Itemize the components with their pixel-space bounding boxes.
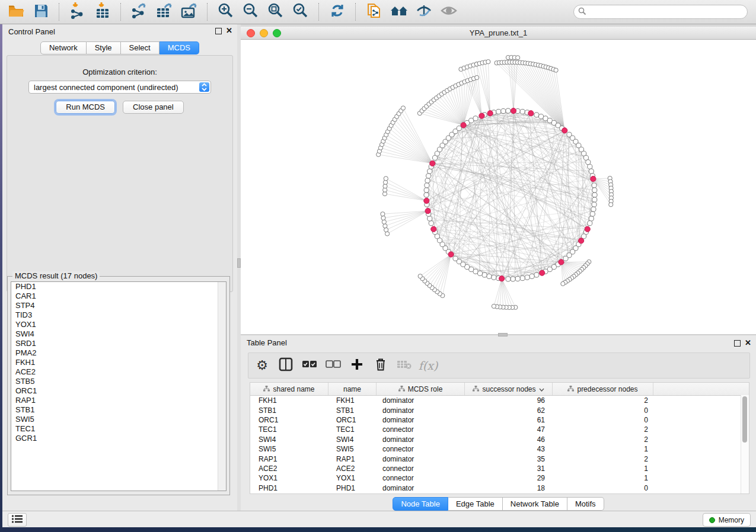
ring-node[interactable] [592, 197, 597, 202]
tab-node-table[interactable]: Node Table [393, 497, 448, 511]
table-row[interactable]: SWI4SWI4dominator462 [250, 435, 749, 444]
list-item[interactable]: RAP1 [11, 396, 226, 405]
ring-node[interactable] [426, 174, 431, 178]
node-table[interactable]: shared namenameMCDS rolesuccessor nodesp… [250, 382, 749, 494]
list-item[interactable]: STP4 [11, 301, 226, 310]
table-row[interactable]: FKH1FKH1dominator962 [250, 396, 749, 405]
ring-node[interactable] [425, 183, 429, 188]
ring-node[interactable] [520, 109, 525, 114]
mcds-node[interactable] [430, 161, 435, 166]
column-header-MCDS-role[interactable]: MCDS role [377, 383, 465, 395]
float-table-panel-icon[interactable] [734, 340, 741, 347]
show-panels-button[interactable] [8, 513, 27, 527]
list-item[interactable]: STB5 [11, 377, 226, 386]
close-panel-icon[interactable]: ✕ [226, 26, 232, 35]
ring-node[interactable] [506, 277, 511, 281]
ring-node[interactable] [477, 271, 482, 275]
tab-edge-table[interactable]: Edge Table [448, 497, 503, 511]
table-row[interactable]: SWI5SWI5connector431 [250, 444, 749, 454]
tab-select[interactable]: Select [121, 41, 160, 55]
ring-node[interactable] [592, 193, 597, 197]
fan-node[interactable] [381, 212, 385, 216]
column-header-shared-name[interactable]: shared name [250, 383, 328, 395]
ring-node[interactable] [453, 256, 458, 261]
save-session-button[interactable] [28, 2, 53, 22]
mcds-node[interactable] [511, 108, 516, 113]
tab-network[interactable]: Network [40, 41, 87, 55]
mcds-node[interactable] [559, 259, 564, 265]
network-graph[interactable] [241, 40, 756, 334]
table-row[interactable]: PHD1PHD1dominator180 [250, 483, 749, 493]
fan-node[interactable] [383, 224, 387, 228]
import-table-button[interactable] [90, 2, 115, 22]
mcds-node[interactable] [540, 270, 545, 275]
import-network-button[interactable] [65, 2, 90, 22]
column-header-name[interactable]: name [328, 383, 377, 395]
fan-node[interactable] [561, 281, 565, 286]
table-row[interactable]: ORC1ORC1dominator610 [250, 415, 749, 425]
mcds-node[interactable] [499, 276, 505, 281]
mcds-node[interactable] [528, 111, 534, 116]
ring-node[interactable] [588, 221, 592, 226]
optimization-criterion-select[interactable]: largest connected component (undirected) [28, 81, 211, 94]
fan-node[interactable] [475, 75, 479, 79]
ring-node[interactable] [515, 276, 520, 281]
table-row[interactable]: TEC1TEC1connector472 [250, 425, 749, 434]
ring-node[interactable] [588, 164, 592, 169]
tab-network-table[interactable]: Network Table [503, 497, 567, 511]
ring-node[interactable] [482, 273, 487, 277]
list-item[interactable]: STB1 [11, 405, 226, 415]
zoom-selected-button[interactable] [288, 2, 313, 22]
mcds-result-list[interactable]: PHD1CAR1STP4TID3YOX1SWI4SRD1PMA2FKH1ACE2… [11, 281, 227, 491]
ring-node[interactable] [506, 108, 511, 113]
column-header-successor-nodes[interactable]: successor nodes [465, 383, 553, 395]
list-item[interactable]: SRD1 [11, 339, 226, 348]
table-settings-button[interactable]: ⚙ [253, 357, 271, 374]
tab-style[interactable]: Style [87, 41, 121, 55]
mcds-node[interactable] [431, 226, 436, 232]
ring-node[interactable] [487, 274, 492, 278]
fan-node[interactable] [401, 106, 405, 110]
mcds-node[interactable] [461, 123, 466, 128]
ring-node[interactable] [428, 216, 432, 221]
ring-node[interactable] [586, 160, 591, 165]
ring-node[interactable] [511, 277, 515, 281]
ring-node[interactable] [591, 207, 596, 211]
search-field[interactable] [573, 5, 748, 19]
clone-network-button[interactable] [362, 2, 387, 22]
mcds-node[interactable] [591, 176, 596, 181]
select-all-button[interactable] [301, 357, 318, 374]
run-mcds-button[interactable]: Run MCDS [56, 101, 115, 114]
mcds-node[interactable] [425, 208, 430, 213]
hide-graphics-button[interactable] [412, 2, 436, 22]
mcds-node[interactable] [487, 111, 493, 116]
open-file-button[interactable] [4, 2, 28, 22]
list-item[interactable]: ORC1 [11, 386, 226, 396]
toggle-panel-button[interactable] [277, 357, 295, 374]
mcds-node[interactable] [562, 128, 567, 133]
list-item[interactable]: CAR1 [11, 291, 226, 301]
tab-motifs[interactable]: Motifs [567, 497, 604, 511]
table-row[interactable]: STB1STB1dominator620 [250, 405, 749, 415]
ring-node[interactable] [492, 275, 496, 280]
delete-column-button[interactable] [372, 357, 390, 374]
ring-node[interactable] [428, 169, 432, 174]
memory-button[interactable]: Memory [703, 513, 751, 527]
mcds-node[interactable] [585, 226, 590, 232]
list-item[interactable]: GCR1 [11, 434, 226, 443]
list-item[interactable]: FKH1 [11, 358, 226, 367]
ring-node[interactable] [424, 193, 429, 197]
refresh-button[interactable] [325, 2, 350, 22]
table-scrollbar-thumb[interactable] [742, 396, 747, 443]
list-item[interactable]: SWI5 [11, 415, 226, 424]
mcds-node[interactable] [578, 238, 583, 243]
create-column-button[interactable] [348, 357, 366, 374]
fan-node[interactable] [381, 216, 385, 220]
float-panel-icon[interactable] [215, 28, 222, 34]
fan-node[interactable] [609, 203, 613, 207]
ring-node[interactable] [501, 108, 506, 113]
list-item[interactable]: TEC1 [11, 424, 226, 434]
fan-node[interactable] [492, 304, 496, 308]
list-item[interactable]: ACE2 [11, 367, 226, 377]
export-table-button[interactable] [152, 2, 177, 22]
